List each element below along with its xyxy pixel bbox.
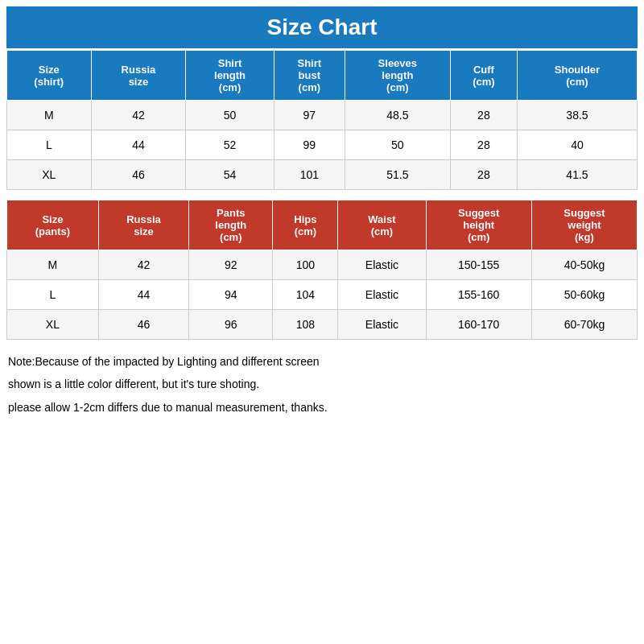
table-cell: 99 xyxy=(274,130,345,160)
table-cell: 108 xyxy=(273,310,338,340)
shirt-column-header: Sleeves length (cm) xyxy=(345,51,450,101)
table-row: M4292100Elastic150-15540-50kg xyxy=(7,250,638,280)
table-cell: 155-160 xyxy=(426,280,531,310)
table-cell: Elastic xyxy=(338,280,426,310)
table-cell: 60-70kg xyxy=(531,310,637,340)
table-cell: L xyxy=(7,280,99,310)
table-cell: XL xyxy=(7,310,99,340)
pants-column-header: Pants length (cm) xyxy=(189,200,273,250)
pants-size-table: Size (pants)Russia sizePants length (cm)… xyxy=(6,200,638,340)
table-cell: M xyxy=(7,101,92,130)
table-cell: 48.5 xyxy=(345,101,450,130)
table-cell: 150-155 xyxy=(426,250,531,280)
pants-column-header: Russia size xyxy=(98,200,188,250)
table-cell: 100 xyxy=(273,250,338,280)
table-row: L4494104Elastic155-16050-60kg xyxy=(7,280,638,310)
table-row: XL4696108Elastic160-17060-70kg xyxy=(7,310,638,340)
table-cell: XL xyxy=(7,160,92,190)
shirt-column-header: Shoulder (cm) xyxy=(517,51,637,101)
pants-column-header: Hips (cm) xyxy=(273,200,338,250)
table-cell: 92 xyxy=(189,250,273,280)
table-cell: 96 xyxy=(189,310,273,340)
notes-section: Note:Because of the impacted by Lighting… xyxy=(6,349,638,424)
page-wrapper: Size Chart Size (shirt)Russia sizeShirt … xyxy=(0,0,644,644)
table-row: M42509748.52838.5 xyxy=(7,101,638,130)
table-cell: 54 xyxy=(186,160,274,190)
note-line2: shown is a little color different, but i… xyxy=(8,375,636,393)
pants-column-header: Waist (cm) xyxy=(338,200,426,250)
table-cell: 52 xyxy=(186,130,274,160)
table-cell: 41.5 xyxy=(517,160,637,190)
table-cell: 42 xyxy=(91,101,186,130)
table-cell: 40 xyxy=(517,130,637,160)
table-cell: 40-50kg xyxy=(531,250,637,280)
shirt-column-header: Shirt length (cm) xyxy=(186,51,274,101)
table-cell: M xyxy=(7,250,99,280)
table-cell: 44 xyxy=(91,130,186,160)
table-cell: 28 xyxy=(450,130,517,160)
table-cell: 104 xyxy=(273,280,338,310)
table-cell: 50 xyxy=(186,101,274,130)
table-cell: 38.5 xyxy=(517,101,637,130)
table-cell: 46 xyxy=(91,160,186,190)
table-cell: 51.5 xyxy=(345,160,450,190)
table-cell: 42 xyxy=(98,250,188,280)
table-cell: 50-60kg xyxy=(531,280,637,310)
table-cell: Elastic xyxy=(338,310,426,340)
shirt-column-header: Shirt bust (cm) xyxy=(274,51,345,101)
note-line1: Note:Because of the impacted by Lighting… xyxy=(8,353,636,370)
table-cell: L xyxy=(7,130,92,160)
shirt-column-header: Size (shirt) xyxy=(7,51,92,101)
table-cell: 101 xyxy=(274,160,345,190)
table-row: L445299502840 xyxy=(7,130,638,160)
pants-column-header: Suggest height (cm) xyxy=(426,200,531,250)
pants-column-header: Suggest weight (kg) xyxy=(531,200,637,250)
table-cell: 46 xyxy=(98,310,188,340)
table-cell: 28 xyxy=(450,101,517,130)
shirt-column-header: Russia size xyxy=(91,51,186,101)
table-row: XL465410151.52841.5 xyxy=(7,160,638,190)
note-line4: please allow 1-2cm differs due to manual… xyxy=(8,398,636,416)
table-cell: 160-170 xyxy=(426,310,531,340)
page-title: Size Chart xyxy=(6,6,638,48)
table-cell: 50 xyxy=(345,130,450,160)
table-cell: 44 xyxy=(98,280,188,310)
shirt-size-table: Size (shirt)Russia sizeShirt length (cm)… xyxy=(6,50,638,190)
table-cell: 28 xyxy=(450,160,517,190)
table-cell: 97 xyxy=(274,101,345,130)
table-cell: Elastic xyxy=(338,250,426,280)
pants-column-header: Size (pants) xyxy=(7,200,99,250)
table-cell: 94 xyxy=(189,280,273,310)
shirt-column-header: Cuff (cm) xyxy=(450,51,517,101)
